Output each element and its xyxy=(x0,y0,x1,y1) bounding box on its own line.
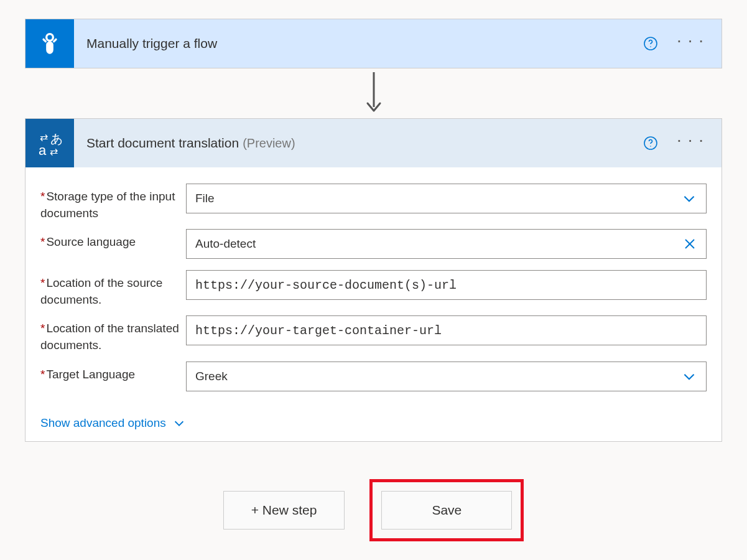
save-button[interactable]: Save xyxy=(381,491,512,530)
storage-type-label: *Storage type of the input documents xyxy=(40,184,186,222)
action-title-text: Start document translation xyxy=(86,136,239,151)
footer-actions: + New step Save xyxy=(25,479,722,541)
source-language-label: *Source language xyxy=(40,229,186,251)
chevron-down-icon xyxy=(681,368,697,385)
target-language-label: *Target Language xyxy=(40,362,186,383)
more-icon[interactable]: · · · xyxy=(677,37,704,50)
manual-trigger-icon xyxy=(26,19,74,68)
target-location-label: *Location of the translated documents. xyxy=(40,315,186,353)
svg-text:a: a xyxy=(39,142,47,157)
action-title: Start document translation (Preview) xyxy=(74,136,643,151)
help-icon[interactable] xyxy=(643,36,658,51)
show-advanced-link[interactable]: Show advanced options xyxy=(40,416,186,430)
action-header[interactable]: ⇄ あ a ⇄ Start document translation (Prev… xyxy=(26,119,721,167)
chevron-down-icon xyxy=(681,190,697,207)
source-language-select[interactable]: Auto-detect xyxy=(186,229,707,259)
field-value: Auto-detect xyxy=(195,237,256,251)
source-location-input[interactable]: https://your-source-document(s)-url xyxy=(186,270,707,300)
target-language-select[interactable]: Greek xyxy=(186,362,707,391)
target-location-input[interactable]: https://your-target-container-url xyxy=(186,315,707,345)
translate-icon: ⇄ あ a ⇄ xyxy=(26,119,74,167)
clear-icon[interactable] xyxy=(682,236,697,251)
save-highlight-box: Save xyxy=(369,479,524,541)
field-value: Greek xyxy=(195,370,228,383)
trigger-header[interactable]: Manually trigger a flow · · · xyxy=(26,19,721,68)
field-value: https://your-target-container-url xyxy=(195,324,442,338)
action-card: ⇄ あ a ⇄ Start document translation (Prev… xyxy=(25,118,722,442)
help-icon[interactable] xyxy=(643,136,658,151)
advanced-label: Show advanced options xyxy=(40,416,166,430)
svg-point-2 xyxy=(650,46,651,47)
field-value: File xyxy=(195,192,215,205)
trigger-title: Manually trigger a flow xyxy=(74,36,643,51)
field-value: https://your-source-document(s)-url xyxy=(195,278,457,292)
svg-text:⇄: ⇄ xyxy=(50,146,58,157)
action-body: *Storage type of the input documents Fil… xyxy=(26,167,721,441)
storage-type-select[interactable]: File xyxy=(186,184,707,213)
more-icon[interactable]: · · · xyxy=(677,136,704,149)
svg-point-9 xyxy=(650,146,651,147)
preview-tag: (Preview) xyxy=(243,136,295,151)
connector-arrow xyxy=(25,68,722,118)
svg-text:⇄: ⇄ xyxy=(40,132,48,142)
source-location-label: *Location of the source documents. xyxy=(40,270,186,308)
chevron-down-icon xyxy=(172,416,186,430)
svg-text:あ: あ xyxy=(50,132,63,146)
trigger-card: Manually trigger a flow · · · xyxy=(25,19,722,68)
new-step-button[interactable]: + New step xyxy=(223,491,345,530)
